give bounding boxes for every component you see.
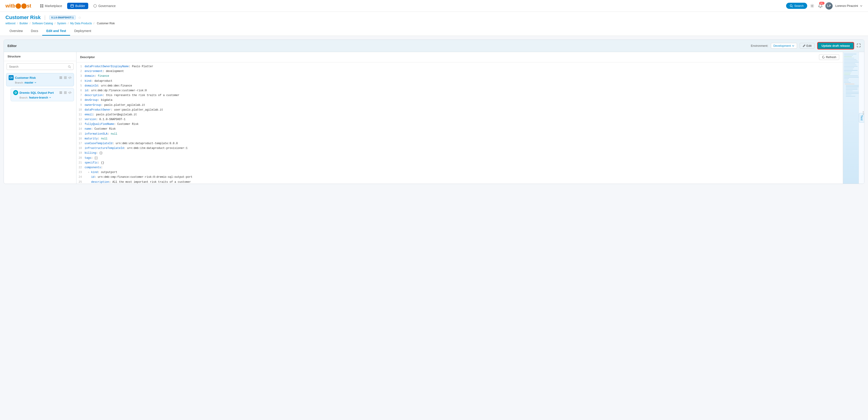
svg-rect-41 <box>844 74 850 75</box>
notifications-badge: 99+ <box>819 2 825 4</box>
structure-search-input[interactable] <box>9 65 68 68</box>
tree-root-actions[interactable] <box>59 76 71 79</box>
svg-line-7 <box>792 6 793 7</box>
descriptor-panel: Descriptor Refresh 1dataProductOwnerDisp… <box>76 52 843 184</box>
title-menu-button[interactable]: ⋮ <box>43 15 47 20</box>
tab-docs[interactable]: Docs <box>27 27 42 36</box>
code-minimap <box>843 52 859 184</box>
svg-rect-16 <box>64 78 65 79</box>
svg-rect-12 <box>59 78 62 78</box>
code-line-15: 15informationSLA: null <box>76 132 843 137</box>
env-label: Environment: <box>751 44 768 48</box>
nav-marketplace[interactable]: Marketplace <box>37 3 65 9</box>
structure-search-box[interactable] <box>7 63 73 70</box>
svg-rect-51 <box>846 88 858 88</box>
settings-button[interactable] <box>809 3 815 9</box>
svg-rect-15 <box>66 77 66 78</box>
code-icon[interactable] <box>68 76 71 79</box>
svg-rect-27 <box>844 55 853 56</box>
refresh-button[interactable]: Refresh <box>819 54 839 60</box>
user-name[interactable]: Lorenzo Pirazzini <box>835 4 858 7</box>
code-line-13: 13fullyQualifiedName: Customer Risk <box>76 122 843 127</box>
edit-button[interactable]: Edit <box>800 43 814 49</box>
svg-rect-30 <box>844 59 857 60</box>
component-icon[interactable] <box>64 76 67 79</box>
child-component-icon[interactable] <box>64 91 67 94</box>
nav-builder[interactable]: Builder <box>67 3 89 9</box>
top-navigation: witb⬤⬤st Marketplace Builder Governance … <box>0 0 868 12</box>
list-icon[interactable] <box>59 76 62 79</box>
svg-rect-31 <box>844 61 858 61</box>
child-branch-label: Branch: <box>20 96 28 99</box>
root-branch-chevron-icon[interactable] <box>34 82 36 84</box>
code-line-9: 9ownerGroup: paolo.platter_agilelab.it <box>76 103 843 108</box>
tree-root-name: Customer Risk <box>15 76 36 80</box>
code-line-11: 11email: paolo.platter@agilelab.it <box>76 112 843 117</box>
svg-rect-48 <box>845 84 855 84</box>
code-line-8: 8devGroup: bigdata <box>76 98 843 102</box>
tree-child-actions[interactable] <box>59 91 71 94</box>
root-branch-name[interactable]: master <box>25 81 33 84</box>
tree-item-child[interactable]: Dremio SQL Output Port <box>11 88 74 101</box>
svg-rect-17 <box>66 78 66 79</box>
tab-overview[interactable]: Overview <box>5 27 27 36</box>
root-branch-label: Branch: <box>15 81 24 84</box>
marketplace-icon <box>40 4 43 8</box>
code-line-16: 16maturity: null <box>76 137 843 141</box>
structure-panel: Structure CR Customer Risk <box>4 52 76 184</box>
svg-rect-55 <box>846 93 859 94</box>
notifications-button[interactable]: 99+ <box>817 3 824 9</box>
environment-dropdown[interactable]: Development <box>771 43 797 49</box>
svg-rect-40 <box>844 73 851 73</box>
side-dots <box>863 111 864 115</box>
svg-rect-3 <box>42 6 43 7</box>
child-branch-name[interactable]: feature-branch <box>29 96 48 99</box>
code-line-10: 10dataProductOwner: user:paolo.platter_a… <box>76 108 843 112</box>
version-badge: 0.1.0-SNAPSHOT-1 <box>49 16 75 20</box>
app-logo[interactable]: witb⬤⬤st <box>5 3 31 9</box>
code-line-1: 1dataProductOwnerDisplayName: Paolo Plat… <box>76 64 843 69</box>
svg-rect-29 <box>844 58 854 58</box>
structure-search-icon <box>68 65 71 68</box>
child-list-icon[interactable] <box>59 91 62 94</box>
svg-rect-39 <box>844 71 852 72</box>
svg-rect-25 <box>66 93 66 94</box>
svg-rect-52 <box>846 89 858 90</box>
tree-item-root[interactable]: CR Customer Risk <box>6 73 74 86</box>
svg-point-6 <box>790 4 792 7</box>
code-editor[interactable]: 1dataProductOwnerDisplayName: Paolo Plat… <box>76 62 843 184</box>
svg-rect-43 <box>844 77 859 78</box>
svg-rect-14 <box>64 77 65 78</box>
child-branch-chevron-icon[interactable] <box>49 96 51 99</box>
svg-point-8 <box>811 5 813 7</box>
tab-deployment[interactable]: Deployment <box>70 27 95 36</box>
child-code-icon[interactable] <box>68 91 71 94</box>
governance-icon <box>93 4 97 8</box>
svg-rect-44 <box>844 78 849 79</box>
code-line-25: 25 description: All the most important r… <box>76 180 843 184</box>
svg-rect-28 <box>844 57 852 57</box>
descriptor-label: Descriptor <box>80 55 95 59</box>
favorite-star-icon[interactable]: ☆ <box>78 16 81 20</box>
editor-label: Editor <box>7 44 17 48</box>
code-line-23: 23 - kind: outputport <box>76 170 843 175</box>
svg-rect-36 <box>844 67 854 68</box>
svg-rect-34 <box>844 65 857 65</box>
search-button[interactable]: Search <box>786 3 807 9</box>
breadcrumb: witboost / Builder / Software Catalog / … <box>5 22 863 25</box>
expand-editor-button[interactable] <box>857 43 861 48</box>
code-line-6: 6id: urn:dmb:dp:finance:customer-risk:0 <box>76 88 843 93</box>
user-avatar[interactable]: LP <box>825 2 833 9</box>
update-draft-button[interactable]: Update draft release <box>817 42 854 50</box>
structure-header: Structure <box>4 52 76 61</box>
svg-rect-38 <box>844 70 858 70</box>
svg-rect-49 <box>846 85 859 86</box>
test-sidebar: Test <box>859 52 864 184</box>
nav-governance[interactable]: Governance <box>90 3 119 9</box>
tab-edit-and-test[interactable]: Edit and Test <box>42 27 70 36</box>
tree-child-icon <box>13 90 18 95</box>
code-line-24: 24 id: urn:dmb:cmp:finance:customer-risk… <box>76 175 843 180</box>
user-menu-chevron-icon[interactable] <box>860 4 863 7</box>
svg-point-9 <box>68 66 70 67</box>
svg-rect-54 <box>846 92 859 92</box>
